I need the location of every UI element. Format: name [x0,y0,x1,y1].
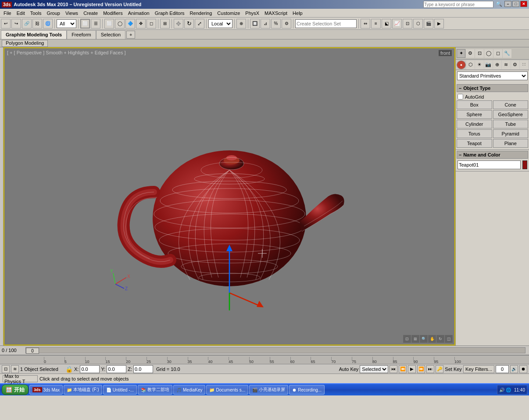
menu-tools[interactable]: Tools [28,10,44,17]
display-panel-icon[interactable]: ◻ [493,49,502,58]
menu-maxscript[interactable]: MAXScript [262,10,290,17]
window-crossing-button[interactable]: ⊞ [160,19,170,28]
helpers-icon[interactable]: ⊕ [493,61,501,69]
redo-button[interactable]: ↪ [11,19,21,28]
teapot-area[interactable]: X Y Z [4,48,454,345]
menu-rendering[interactable]: Rendering [187,10,215,17]
menu-group[interactable]: Group [44,10,63,17]
layer-manager-button[interactable]: ⬕ [382,19,391,28]
tube-button[interactable]: Tube [493,120,529,128]
geometry-icon[interactable]: ● [457,61,466,69]
statusbar-icon2[interactable]: ≋ [11,365,19,373]
unlink-button[interactable]: ⛓ [32,19,42,28]
timeslider-track[interactable]: 0 [25,347,525,353]
plane-button[interactable]: Plane [493,139,529,148]
use-pivot-button[interactable]: ⊕ [236,19,246,28]
render-scene-button[interactable]: 🎬 [424,19,433,28]
snap-toggle-button[interactable]: 🔲 [250,19,260,28]
schematic-view-button[interactable]: ⊡ [403,19,412,28]
x-coordinate-input[interactable] [80,365,100,373]
menu-create[interactable]: Create [81,10,100,17]
menu-views[interactable]: Views [63,10,81,17]
object-type-header[interactable]: – Object Type [457,84,528,92]
taskbar-documents[interactable]: 📁 Documents s... [206,385,248,395]
zoom-region-button[interactable]: 🔍 [420,335,428,343]
name-color-header[interactable]: – Name and Color [457,151,528,159]
particles-icon[interactable]: ∷ [520,61,528,69]
rect-select-button[interactable]: ⬜ [104,19,114,28]
motion-panel-icon[interactable]: ◯ [484,49,493,58]
taskbar-3dsmax[interactable]: 3ds 3ds Max [29,385,63,395]
curve-editor-button[interactable]: 📈 [392,19,402,28]
polygon-modeling-tab[interactable]: Polygon Modeling [2,40,48,47]
field-of-view-button[interactable]: ◫ [445,335,453,343]
cylinder-button[interactable]: Cylinder [457,120,492,128]
search-icon[interactable]: 🔍 [494,1,504,8]
align-button[interactable]: ≡ [371,19,381,28]
paint-select-button[interactable]: ◻ [147,19,156,28]
start-button[interactable]: 🪟 开始 [2,384,29,395]
geosphere-button[interactable]: GeoSphere [493,110,529,119]
y-coordinate-input[interactable] [107,365,126,373]
select-by-name-button[interactable]: ☰ [91,19,100,28]
autogrid-checkbox[interactable] [458,94,463,100]
lock-icon[interactable]: 🔒 [65,366,73,373]
menu-file[interactable]: File [1,10,14,17]
search-input[interactable] [423,1,493,8]
undo-button[interactable]: ↩ [1,19,11,28]
cameras-icon[interactable]: 📷 [484,61,493,69]
play-button[interactable]: ▶ [408,365,416,373]
viewport[interactable]: [ + [ Perspective ] Smooth + Highlights … [4,47,455,345]
snap-settings-button[interactable]: ⚙ [282,19,291,28]
taskbar-mediakey[interactable]: 🎵 MediaKey [173,385,205,395]
arc-rotate-button[interactable]: ↻ [436,335,444,343]
timeslider-thumb[interactable]: 0 [26,348,39,354]
quick-render-button[interactable]: ▶ [434,19,444,28]
color-swatch[interactable] [522,160,527,169]
pyramid-button[interactable]: Pyramid [493,129,529,138]
bind-to-space-warp[interactable]: 🌀 [43,19,53,28]
torus-button[interactable]: Torus [457,129,492,138]
teapot-button[interactable]: Teapot [457,139,492,148]
menu-graph-editors[interactable]: Graph Editors [152,10,187,17]
taskbar-localdisk[interactable]: 📁 本地磁盘 (F:) [64,385,102,395]
select-object-button[interactable]: ⬜ [80,19,90,28]
angle-snap-button[interactable]: ⊿ [261,19,270,28]
zoom-extents-all-button[interactable]: ⊞ [411,335,419,343]
menu-edit[interactable]: Edit [14,10,28,17]
lasso-select-button[interactable]: ✥ [136,19,146,28]
minimize-button[interactable]: – [504,1,511,7]
material-editor-button[interactable]: ⬡ [413,19,423,28]
goto-start-button[interactable]: ⏮ [390,365,397,373]
taskbar-tutorial[interactable]: 📚 教学二部培 [138,385,172,395]
create-panel-icon[interactable]: ✦ [457,49,465,58]
filter-dropdown[interactable]: All [57,19,76,28]
utilities-panel-icon[interactable]: 🔧 [503,49,511,58]
menu-animation[interactable]: Animation [125,10,152,17]
key-lock-button[interactable]: 🔑 [436,365,443,373]
zoom-extents-button[interactable]: ⊡ [403,335,411,343]
menu-customize[interactable]: Customize [214,10,243,17]
sphere-button[interactable]: Sphere [457,110,492,119]
shapes-icon[interactable]: ⬡ [466,61,475,69]
spacewarps-icon[interactable]: ≋ [502,61,510,69]
select-move-button[interactable]: ✥ [174,19,183,28]
next-frame-button[interactable]: ⏩ [417,365,425,373]
graphite-tab[interactable]: Graphite Modeling Tools [1,30,67,39]
percent-snap-button[interactable]: % [271,19,281,28]
fence-select-button[interactable]: 🔷 [125,19,135,28]
select-scale-button[interactable]: ⤢ [195,19,204,28]
cone-button[interactable]: Cone [493,100,529,109]
menu-physx[interactable]: PhysX [243,10,262,17]
coord-system-dropdown[interactable]: Local [208,19,232,28]
menu-help[interactable]: Help [290,10,305,17]
box-button[interactable]: Box [457,100,492,109]
statusbar-icon1[interactable]: ⊡ [2,365,10,373]
circle-select-button[interactable]: ◯ [115,19,125,28]
z-coordinate-input[interactable] [133,365,153,373]
select-rotate-button[interactable]: ↻ [184,19,194,28]
prev-frame-button[interactable]: ⏪ [399,365,407,373]
modify-panel-icon[interactable]: ⚙ [466,49,475,58]
create-selection-set-input[interactable] [295,19,357,28]
hierarchy-panel-icon[interactable]: ⊡ [475,49,484,58]
